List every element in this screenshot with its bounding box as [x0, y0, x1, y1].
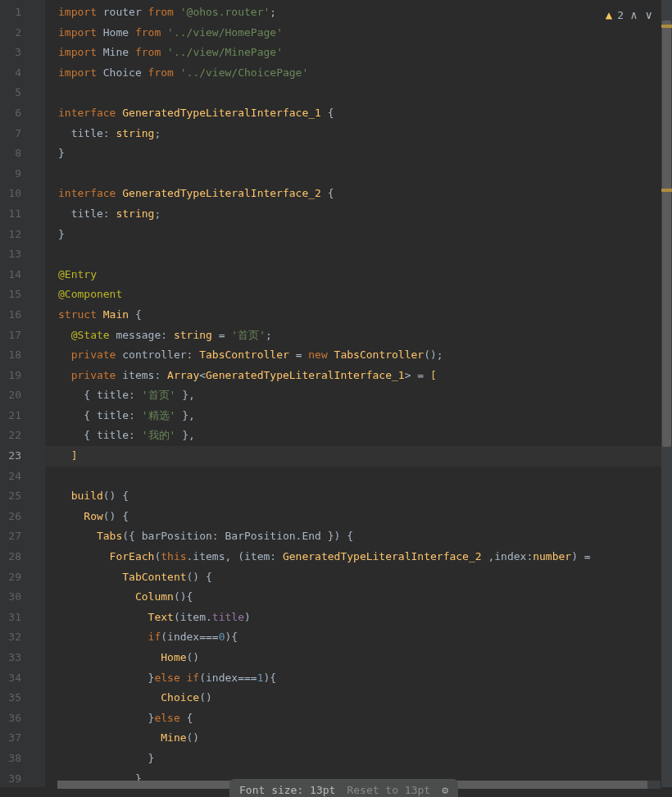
code-line[interactable]	[45, 164, 672, 184]
font-size-popup: Font size: 13pt Reset to 13pt ⚙	[229, 779, 458, 797]
code-line[interactable]: if(index===0){	[45, 627, 672, 648]
warning-icon: ▲	[606, 8, 612, 21]
code-line[interactable]: interface GeneratedTypeLiteralInterface_…	[45, 184, 672, 204]
vertical-scrollbar[interactable]	[661, 0, 672, 787]
line-number: 34	[0, 668, 44, 689]
line-number: 6	[0, 103, 44, 124]
code-line[interactable]: private items: Array<GeneratedTypeLitera…	[45, 366, 672, 386]
line-number: 18	[0, 345, 44, 366]
code-line[interactable]: interface GeneratedTypeLiteralInterface_…	[45, 103, 672, 124]
line-number: 23	[0, 446, 44, 467]
gutter: 1234567891011121314151617181920212223242…	[0, 0, 45, 787]
code-line[interactable]: private controller: TabsController = new…	[45, 345, 672, 366]
code-line[interactable]: Row() {	[45, 507, 672, 527]
line-number: 17	[0, 326, 44, 346]
code-line[interactable]	[45, 467, 672, 487]
warning-count: 2	[617, 9, 624, 21]
line-number: 24	[0, 467, 44, 487]
code-editor[interactable]: 1234567891011121314151617181920212223242…	[0, 0, 672, 787]
font-size-label: Font size: 13pt	[239, 784, 335, 796]
code-line[interactable]: }	[45, 749, 672, 769]
line-number: 28	[0, 547, 44, 567]
line-number: 36	[0, 708, 44, 729]
line-number: 39	[0, 769, 44, 787]
code-line[interactable]: Choice()	[45, 688, 672, 708]
line-number: 8	[0, 143, 44, 164]
line-number: 26	[0, 507, 44, 527]
code-line[interactable]: }	[45, 143, 672, 164]
line-number: 35	[0, 688, 44, 708]
code-line[interactable]: @Entry	[45, 265, 672, 285]
scroll-thumb[interactable]	[662, 20, 671, 447]
line-number: 16	[0, 305, 44, 326]
code-line[interactable]: Tabs({ barPosition: BarPosition.End }) {	[45, 526, 672, 547]
warning-marker[interactable]	[661, 25, 672, 28]
line-number: 4	[0, 63, 44, 84]
code-line[interactable]: Mine()	[45, 728, 672, 749]
code-line[interactable]: build() {	[45, 486, 672, 507]
warning-marker[interactable]	[661, 189, 672, 192]
line-number: 20	[0, 385, 44, 406]
line-number: 29	[0, 567, 44, 588]
line-number: 38	[0, 749, 44, 769]
code-line[interactable]: @Component	[45, 285, 672, 305]
line-number: 11	[0, 204, 44, 225]
code-area[interactable]: import router from '@ohos.router';import…	[45, 0, 672, 787]
code-line[interactable]: Column(){	[45, 587, 672, 608]
code-line[interactable]: }else if(index===1){	[45, 668, 672, 689]
line-number: 14	[0, 265, 44, 285]
line-number: 27	[0, 526, 44, 547]
gear-icon[interactable]: ⚙	[442, 784, 448, 796]
code-line[interactable]: title: string;	[45, 204, 672, 225]
code-line[interactable]: title: string;	[45, 124, 672, 144]
line-number: 15	[0, 285, 44, 305]
line-number: 32	[0, 627, 44, 648]
line-number: 1	[0, 2, 44, 23]
line-number: 30	[0, 587, 44, 608]
line-number: 13	[0, 244, 44, 265]
code-line[interactable]: import Choice from '../view/ChoicePage'	[45, 63, 672, 84]
code-line[interactable]	[45, 244, 672, 265]
code-line[interactable]: { title: '首页' },	[45, 385, 672, 406]
line-number: 2	[0, 23, 44, 43]
line-number: 31	[0, 608, 44, 628]
code-line[interactable]: { title: '我的' },	[45, 426, 672, 446]
line-number: 37	[0, 728, 44, 749]
code-line[interactable]: }	[45, 225, 672, 245]
code-line[interactable]: ]	[45, 446, 672, 467]
code-line[interactable]: import Home from '../view/HomePage'	[45, 23, 672, 43]
code-line[interactable]: { title: '精选' },	[45, 406, 672, 426]
line-number: 7	[0, 124, 44, 144]
line-number: 12	[0, 225, 44, 245]
line-number: 33	[0, 648, 44, 668]
code-line[interactable]: import router from '@ohos.router';	[45, 2, 672, 23]
line-number: 10	[0, 184, 44, 204]
code-line[interactable]: @State message: string = '首页';	[45, 326, 672, 346]
line-number: 3	[0, 43, 44, 63]
line-number: 9	[0, 164, 44, 184]
code-line[interactable]: Home()	[45, 648, 672, 668]
next-highlight-icon[interactable]: ∨	[644, 8, 654, 21]
line-number: 19	[0, 366, 44, 386]
line-number: 25	[0, 486, 44, 507]
code-line[interactable]: Text(item.title)	[45, 608, 672, 628]
code-line[interactable]: ForEach(this.items, (item: GeneratedType…	[45, 547, 672, 567]
code-line[interactable]: }else {	[45, 708, 672, 729]
reset-font-link[interactable]: Reset to 13pt	[347, 784, 430, 796]
inspection-indicators: ▲ 2 ∧ ∨	[602, 7, 657, 23]
code-line[interactable]: struct Main {	[45, 305, 672, 326]
code-line[interactable]: import Mine from '../view/MinePage'	[45, 43, 672, 63]
line-number: 21	[0, 406, 44, 426]
line-number: 5	[0, 83, 44, 103]
code-line[interactable]	[45, 83, 672, 103]
prev-highlight-icon[interactable]: ∧	[629, 8, 638, 21]
line-number: 22	[0, 426, 44, 446]
code-line[interactable]: TabContent() {	[45, 567, 672, 588]
